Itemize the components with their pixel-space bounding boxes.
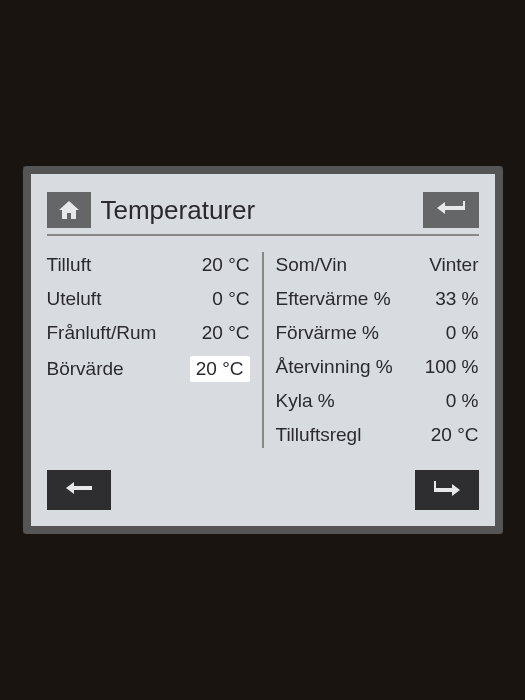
left-column: Tilluft 20 °C Uteluft 0 °C Frånluft/Rum … [47, 248, 262, 452]
value: 20 °C [202, 322, 250, 344]
row-forvarme: Förvärme % 0 % [276, 316, 479, 350]
label: Frånluft/Rum [47, 322, 202, 344]
label: Förvärme % [276, 322, 446, 344]
value: Vinter [429, 254, 478, 276]
row-franluft-rum: Frånluft/Rum 20 °C [47, 316, 250, 350]
value: 20 °C [431, 424, 479, 446]
row-tilluftsregl: Tilluftsregl 20 °C [276, 418, 479, 452]
row-eftervarme: Eftervärme % 33 % [276, 282, 479, 316]
row-tilluft: Tilluft 20 °C [47, 248, 250, 282]
return-arrow-icon [435, 199, 467, 221]
value: 0 °C [212, 288, 249, 310]
row-atervinning: Återvinning % 100 % [276, 350, 479, 384]
value: 100 % [425, 356, 479, 378]
content-area: Tilluft 20 °C Uteluft 0 °C Frånluft/Rum … [47, 248, 479, 452]
label: Eftervärme % [276, 288, 436, 310]
label: Återvinning % [276, 356, 425, 378]
label: Kyla % [276, 390, 446, 412]
next-button[interactable] [415, 470, 479, 510]
label: Tilluftsregl [276, 424, 431, 446]
header-left: Temperaturer [47, 192, 256, 228]
value: 20 °C [202, 254, 250, 276]
label: Börvärde [47, 358, 190, 380]
back-button[interactable] [423, 192, 479, 228]
label: Som/Vin [276, 254, 430, 276]
home-button[interactable] [47, 192, 91, 228]
arrow-right-down-icon [432, 479, 462, 501]
value: 33 % [435, 288, 478, 310]
label: Tilluft [47, 254, 202, 276]
row-kyla: Kyla % 0 % [276, 384, 479, 418]
page-title: Temperaturer [101, 195, 256, 226]
footer-nav [47, 470, 479, 510]
prev-button[interactable] [47, 470, 111, 510]
device-frame: Temperaturer Tilluft 20 °C Uteluft [23, 166, 503, 534]
home-icon [57, 199, 81, 221]
value-editable[interactable]: 20 °C [190, 356, 250, 382]
label: Uteluft [47, 288, 213, 310]
header-separator [47, 234, 479, 236]
row-borvarde[interactable]: Börvärde 20 °C [47, 350, 250, 388]
header: Temperaturer [47, 192, 479, 228]
right-column: Som/Vin Vinter Eftervärme % 33 % Förvärm… [264, 248, 479, 452]
screen: Temperaturer Tilluft 20 °C Uteluft [23, 166, 503, 534]
row-som-vin: Som/Vin Vinter [276, 248, 479, 282]
arrow-left-icon [64, 481, 94, 499]
row-uteluft: Uteluft 0 °C [47, 282, 250, 316]
value: 0 % [446, 322, 479, 344]
value: 0 % [446, 390, 479, 412]
